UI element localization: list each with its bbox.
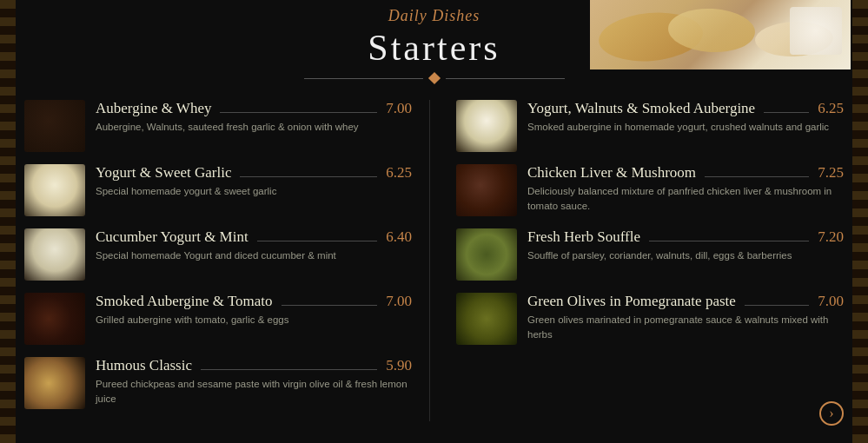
food-photo bbox=[24, 357, 85, 409]
item-name-row: Green Olives in Pomegranate paste 7.00 bbox=[527, 293, 844, 310]
item-details: Chicken Liver & Mushroom 7.25 Deliciousl… bbox=[527, 164, 844, 215]
item-details: Humous Classic 5.90 Pureed chickpeas and… bbox=[96, 357, 412, 407]
item-name: Aubergine & Whey bbox=[96, 100, 211, 117]
item-details: Fresh Herb Souffle 7.20 Souffle of parsl… bbox=[527, 228, 844, 263]
item-dots bbox=[705, 176, 809, 177]
item-name-row: Chicken Liver & Mushroom 7.25 bbox=[527, 164, 844, 182]
item-image bbox=[24, 357, 85, 409]
item-name-row: Yogurt & Sweet Garlic 6.25 bbox=[96, 164, 412, 182]
right-menu-item: Fresh Herb Souffle 7.20 Souffle of parsl… bbox=[456, 228, 844, 281]
page-wrapper: Daily Dishes Starters Aubergine & Whey 7… bbox=[0, 0, 868, 443]
item-image bbox=[24, 293, 85, 345]
divider-line-left bbox=[304, 78, 423, 79]
left-menu-item: Smoked Aubergine & Tomato 7.00 Grilled a… bbox=[24, 293, 412, 345]
item-dots bbox=[282, 305, 378, 306]
border-left bbox=[0, 0, 16, 443]
item-name: Cucumber Yogurt & Mint bbox=[96, 228, 248, 246]
item-description: Special homemade Yogurt and diced cucumb… bbox=[96, 248, 412, 263]
item-dots bbox=[649, 241, 809, 241]
content-area: Aubergine & Whey 7.00 Aubergine, Walnuts… bbox=[0, 91, 868, 430]
left-menu-item: Aubergine & Whey 7.00 Aubergine, Walnuts… bbox=[24, 100, 412, 152]
top-food-image bbox=[590, 0, 851, 69]
right-menu-item: Yogurt, Walnuts & Smoked Aubergine 6.25 … bbox=[456, 100, 844, 152]
item-price: 7.00 bbox=[386, 293, 412, 310]
top-image-canvas bbox=[590, 0, 851, 69]
food-photo bbox=[456, 293, 517, 345]
item-dots bbox=[240, 176, 377, 177]
item-name-row: Aubergine & Whey 7.00 bbox=[96, 100, 412, 117]
item-description: Smoked aubergine in homemade yogurt, cru… bbox=[527, 120, 844, 135]
item-details: Aubergine & Whey 7.00 Aubergine, Walnuts… bbox=[96, 100, 412, 135]
item-image bbox=[456, 228, 517, 281]
item-name: Chicken Liver & Mushroom bbox=[527, 164, 696, 182]
item-price: 7.20 bbox=[818, 228, 844, 246]
divider-line-right bbox=[446, 78, 565, 79]
item-description: Souffle of parsley, coriander, walnuts, … bbox=[527, 248, 844, 263]
right-menu-item: Green Olives in Pomegranate paste 7.00 G… bbox=[456, 293, 844, 345]
item-name: Yogurt & Sweet Garlic bbox=[96, 164, 231, 182]
item-name: Fresh Herb Souffle bbox=[527, 228, 640, 246]
item-dots bbox=[220, 112, 377, 113]
item-price: 7.00 bbox=[386, 100, 412, 117]
food-photo bbox=[24, 293, 85, 345]
food-photo bbox=[456, 228, 517, 281]
left-menu-item: Humous Classic 5.90 Pureed chickpeas and… bbox=[24, 357, 412, 409]
item-price: 6.40 bbox=[386, 228, 412, 246]
item-dots bbox=[764, 112, 809, 113]
item-description: Green olives marinated in pomegranate sa… bbox=[527, 313, 844, 343]
food-photo bbox=[456, 100, 517, 152]
dip-shape bbox=[790, 7, 842, 55]
item-details: Cucumber Yogurt & Mint 6.40 Special home… bbox=[96, 228, 412, 263]
item-name: Yogurt, Walnuts & Smoked Aubergine bbox=[527, 100, 755, 117]
scroll-indicator[interactable]: › bbox=[819, 401, 844, 426]
item-dots bbox=[745, 305, 809, 306]
left-column: Aubergine & Whey 7.00 Aubergine, Walnuts… bbox=[24, 100, 430, 421]
item-description: Aubergine, Walnuts, sauteed fresh garlic… bbox=[96, 120, 412, 135]
item-image bbox=[456, 293, 517, 345]
divider bbox=[304, 74, 565, 83]
item-name: Green Olives in Pomegranate paste bbox=[527, 293, 736, 310]
item-price: 7.00 bbox=[818, 293, 844, 310]
item-price: 6.25 bbox=[818, 100, 844, 117]
right-column: Yogurt, Walnuts & Smoked Aubergine 6.25 … bbox=[430, 100, 844, 421]
right-menu-item: Chicken Liver & Mushroom 7.25 Deliciousl… bbox=[456, 164, 844, 216]
item-dots bbox=[257, 241, 378, 241]
item-name: Smoked Aubergine & Tomato bbox=[96, 293, 273, 310]
item-name: Humous Classic bbox=[96, 357, 192, 374]
item-description: Grilled aubergine with tomato, garlic & … bbox=[96, 313, 412, 327]
food-photo bbox=[456, 164, 517, 216]
item-image bbox=[456, 100, 517, 152]
item-details: Green Olives in Pomegranate paste 7.00 G… bbox=[527, 293, 844, 343]
item-price: 5.90 bbox=[386, 357, 412, 374]
item-dots bbox=[201, 369, 377, 370]
food-photo bbox=[24, 228, 85, 281]
divider-diamond bbox=[427, 72, 440, 84]
item-name-row: Humous Classic 5.90 bbox=[96, 357, 412, 374]
left-menu-item: Yogurt & Sweet Garlic 6.25 Special homem… bbox=[24, 164, 412, 216]
scroll-arrow-icon: › bbox=[829, 407, 833, 420]
item-name-row: Yogurt, Walnuts & Smoked Aubergine 6.25 bbox=[527, 100, 844, 117]
item-name-row: Smoked Aubergine & Tomato 7.00 bbox=[96, 293, 412, 310]
item-details: Yogurt, Walnuts & Smoked Aubergine 6.25 … bbox=[527, 100, 844, 135]
item-details: Smoked Aubergine & Tomato 7.00 Grilled a… bbox=[96, 293, 412, 327]
header: Daily Dishes Starters bbox=[0, 0, 868, 91]
item-details: Yogurt & Sweet Garlic 6.25 Special homem… bbox=[96, 164, 412, 199]
food-photo bbox=[24, 100, 85, 152]
item-image bbox=[456, 164, 517, 216]
item-description: Deliciously balanced mixture of panfried… bbox=[527, 184, 844, 215]
item-name-row: Fresh Herb Souffle 7.20 bbox=[527, 228, 844, 246]
left-menu-item: Cucumber Yogurt & Mint 6.40 Special home… bbox=[24, 228, 412, 281]
item-description: Pureed chickpeas and sesame paste with v… bbox=[96, 377, 412, 407]
item-description: Special homemade yogurt & sweet garlic bbox=[96, 184, 412, 199]
item-image bbox=[24, 228, 85, 281]
item-image bbox=[24, 164, 85, 216]
item-price: 6.25 bbox=[386, 164, 412, 182]
food-photo bbox=[24, 164, 85, 216]
item-price: 7.25 bbox=[818, 164, 844, 182]
item-image bbox=[24, 100, 85, 152]
item-name-row: Cucumber Yogurt & Mint 6.40 bbox=[96, 228, 412, 246]
border-right bbox=[852, 0, 868, 443]
